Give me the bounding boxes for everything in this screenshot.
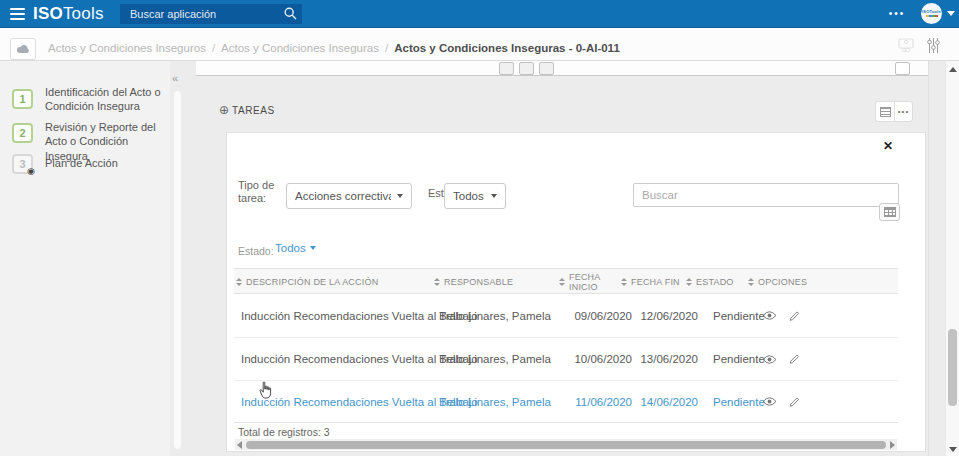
cell-opciones bbox=[762, 396, 800, 407]
sort-icon[interactable] bbox=[434, 278, 440, 286]
current-step-indicator-icon: ◉ bbox=[27, 167, 35, 176]
table-row[interactable]: Inducción Recomendaciones Vuelta al Trab… bbox=[234, 294, 898, 338]
top-navigation-bar: ISOTools ••• ISOTools bbox=[0, 0, 959, 28]
video-tutorial-icon[interactable] bbox=[898, 38, 914, 52]
col-header-estado[interactable]: ESTADO bbox=[686, 269, 734, 295]
sidebar-step-2-badge[interactable]: 2 bbox=[12, 123, 33, 143]
tipo-de-tarea-dropdown[interactable]: Acciones correctivas bbox=[286, 183, 412, 209]
tipo-de-tarea-label: Tipo de tarea: bbox=[238, 179, 274, 204]
chevron-down-icon bbox=[397, 194, 403, 198]
close-button[interactable]: ✕ bbox=[883, 139, 893, 153]
cell-responsable: Bello Linares, Pamela bbox=[439, 396, 551, 408]
sort-icon[interactable] bbox=[236, 278, 242, 286]
scroll-right-icon[interactable] bbox=[890, 441, 895, 449]
sort-icon[interactable] bbox=[686, 278, 692, 286]
table-row[interactable]: Inducción Recomendaciones Vuelta al Trab… bbox=[234, 338, 898, 381]
home-button[interactable] bbox=[10, 38, 36, 60]
app-search-input[interactable] bbox=[120, 4, 302, 24]
view-eye-icon[interactable] bbox=[762, 397, 777, 407]
sort-icon[interactable] bbox=[748, 278, 754, 286]
cell-responsable: Bello Linares, Pamela bbox=[439, 353, 551, 365]
cell-opciones bbox=[762, 354, 800, 365]
user-avatar[interactable]: ISOTools bbox=[921, 3, 942, 24]
cell-estado: Pendiente bbox=[713, 310, 765, 322]
col-header-opciones[interactable]: OPCIONES bbox=[748, 269, 807, 295]
breadcrumb-current: Actos y Condiciones Inseguras - 0-AI-011 bbox=[394, 42, 620, 54]
cell-fecha-inicio: 09/06/2020 bbox=[566, 310, 632, 322]
tareas-toolbar: ••• bbox=[875, 101, 913, 122]
estado-dropdown[interactable]: Todos bbox=[444, 183, 506, 209]
tareas-panel: ✕ Tipo de tarea: Acciones correctivas Es… bbox=[226, 132, 926, 452]
view-eye-icon[interactable] bbox=[762, 311, 777, 321]
breadcrumb: Actos y Condiciones Inseguros/Actos y Co… bbox=[48, 42, 620, 54]
isotools-logo[interactable]: ISOTools bbox=[33, 4, 104, 24]
app-window: ISOTools ••• ISOTools Actos y Condicione… bbox=[0, 0, 959, 456]
content-divider bbox=[928, 61, 929, 456]
cell-estado: Pendiente bbox=[713, 353, 765, 365]
scroll-up-icon[interactable] bbox=[949, 67, 957, 72]
sort-icon[interactable] bbox=[621, 278, 627, 286]
topbar-more-button[interactable]: ••• bbox=[884, 6, 910, 22]
scroll-left-icon[interactable] bbox=[237, 441, 242, 449]
filters-sliders-icon[interactable] bbox=[927, 38, 940, 53]
breadcrumb-item[interactable]: Actos y Condiciones Inseguros bbox=[48, 42, 206, 54]
sidebar-scrollbar[interactable] bbox=[173, 90, 182, 450]
cell-estado: Pendiente bbox=[713, 396, 765, 408]
chevron-down-icon bbox=[491, 194, 497, 198]
table-grid-icon bbox=[884, 207, 896, 217]
search-icon[interactable] bbox=[284, 7, 297, 20]
vertical-scroll-thumb[interactable] bbox=[948, 329, 957, 406]
tareas-section-title: TAREAS bbox=[232, 105, 275, 116]
edit-pencil-icon[interactable] bbox=[789, 354, 800, 365]
cell-fecha-fin: 13/06/2020 bbox=[632, 353, 698, 365]
col-header-responsable[interactable]: RESPONSABLE bbox=[434, 269, 513, 295]
avatar-logo-dots bbox=[926, 15, 938, 17]
tareas-target-icon: ⊕ bbox=[219, 103, 229, 117]
tareas-more-button[interactable]: ••• bbox=[894, 101, 913, 122]
horizontal-scrollbar[interactable] bbox=[235, 439, 897, 450]
edit-pencil-icon[interactable] bbox=[789, 396, 800, 407]
estado-label-clipped: Est bbox=[428, 187, 444, 200]
table-row-hovered[interactable]: Inducción Recomendaciones Vuelta al Trab… bbox=[234, 381, 898, 423]
view-eye-icon[interactable] bbox=[762, 354, 777, 364]
total-records-label: Total de registros: 3 bbox=[238, 426, 330, 438]
col-header-descripcion[interactable]: DESCRIPCIÓN DE LA ACCIÓN bbox=[236, 269, 378, 295]
table-settings-button[interactable] bbox=[879, 203, 900, 221]
horizontal-scroll-thumb[interactable] bbox=[246, 441, 886, 449]
sidebar-step-1-badge[interactable]: 1 bbox=[12, 89, 33, 109]
buscar-input[interactable] bbox=[633, 183, 899, 207]
cloud-icon bbox=[16, 44, 30, 54]
table-header: DESCRIPCIÓN DE LA ACCIÓN RESPONSABLE FEC… bbox=[234, 268, 898, 294]
sidebar-step-3-label[interactable]: Plan de Acción bbox=[45, 156, 167, 170]
clipped-control bbox=[499, 62, 514, 75]
scroll-down-icon[interactable] bbox=[949, 447, 957, 452]
clipped-control bbox=[895, 62, 910, 75]
list-icon bbox=[880, 107, 891, 117]
sort-icon[interactable] bbox=[559, 278, 565, 286]
clipped-scrolled-section bbox=[196, 61, 928, 76]
col-header-fecha-fin[interactable]: FECHA FIN bbox=[621, 269, 680, 295]
list-view-button[interactable] bbox=[875, 101, 894, 122]
cell-opciones bbox=[762, 310, 800, 321]
clipped-control bbox=[539, 62, 554, 75]
clipped-control bbox=[519, 62, 534, 75]
vertical-scrollbar[interactable] bbox=[945, 61, 959, 456]
menu-hamburger-icon[interactable] bbox=[10, 8, 25, 20]
user-menu-chevron-down-icon[interactable] bbox=[947, 11, 955, 16]
cell-fecha-inicio: 11/06/2020 bbox=[566, 396, 632, 408]
cell-fecha-inicio: 10/06/2020 bbox=[566, 353, 632, 365]
breadcrumb-item[interactable]: Actos y Condiciones Inseguras bbox=[221, 42, 379, 54]
col-header-fecha-inicio[interactable]: FECHA INICIO bbox=[559, 269, 621, 295]
edit-pencil-icon[interactable] bbox=[789, 310, 800, 321]
sidebar-collapse-icon[interactable]: « bbox=[172, 72, 178, 84]
sidebar-step-1-label[interactable]: Identificación del Acto o Condición Inse… bbox=[45, 85, 167, 114]
cell-fecha-fin: 12/06/2020 bbox=[632, 310, 698, 322]
estado-filter-label: Estado: bbox=[238, 245, 274, 257]
chevron-down-icon bbox=[310, 246, 316, 250]
cell-fecha-fin: 14/06/2020 bbox=[632, 396, 698, 408]
cell-responsable: Bello Linares, Pamela bbox=[439, 310, 551, 322]
estado-filter-value[interactable]: Todos bbox=[275, 242, 316, 254]
